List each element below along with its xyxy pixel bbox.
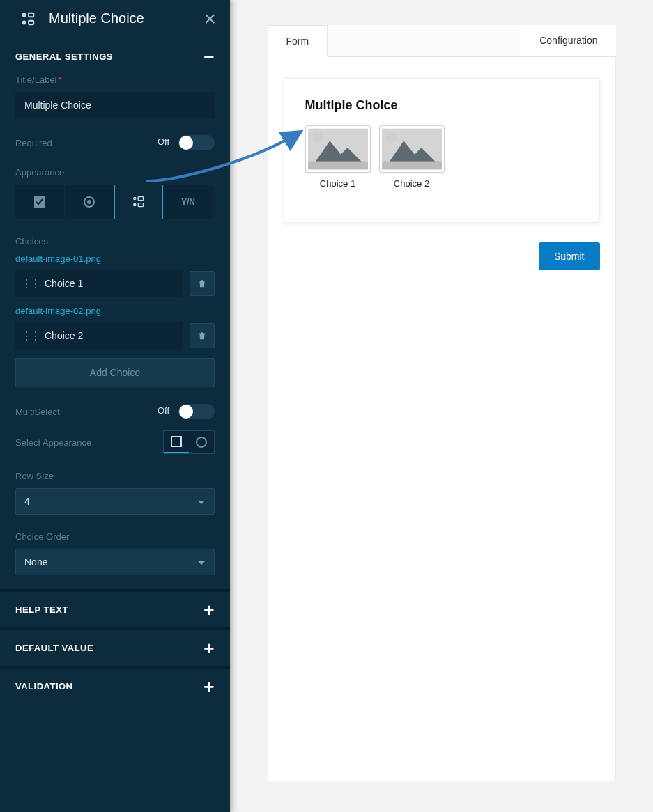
section-label: GENERAL SETTINGS: [15, 52, 113, 62]
svg-point-6: [87, 200, 91, 204]
submit-button[interactable]: Submit: [539, 242, 600, 270]
svg-point-12: [197, 437, 206, 447]
tab-form[interactable]: Form: [268, 25, 328, 57]
section-label: DEFAULT VALUE: [15, 643, 93, 653]
preview-area: Form Configuration Multiple Choice Choic…: [230, 0, 653, 812]
delete-choice-button[interactable]: [190, 271, 215, 296]
appearance-label: Appearance: [15, 167, 215, 178]
svg-point-2: [23, 21, 26, 24]
settings-panel: Multiple Choice × GENERAL SETTINGS − Tit…: [0, 0, 230, 812]
svg-rect-11: [171, 437, 181, 446]
choice-file-link[interactable]: default-image-01.png: [15, 253, 215, 264]
tab-configuration[interactable]: Configuration: [521, 25, 615, 56]
selection-indicator: [386, 132, 397, 143]
svg-point-7: [134, 197, 136, 199]
choice-order-select[interactable]: None: [15, 549, 215, 575]
delete-choice-button[interactable]: [190, 323, 215, 348]
multiselect-toggle[interactable]: Off: [178, 404, 215, 419]
drag-handle-icon[interactable]: ⋮⋮: [21, 329, 39, 343]
section-validation[interactable]: VALIDATION +: [0, 669, 230, 704]
select-appearance-label: Select Appearance: [15, 437, 91, 448]
expand-icon: +: [203, 643, 215, 653]
multiple-choice-icon: [21, 11, 36, 26]
section-help-text[interactable]: HELP TEXT +: [0, 592, 230, 627]
choice-order-label: Choice Order: [15, 531, 215, 542]
form-card: Multiple Choice Choice 1: [284, 78, 600, 223]
collapse-icon: −: [203, 52, 215, 62]
row-size-select[interactable]: 4: [15, 488, 215, 515]
choice-row: ⋮⋮: [15, 270, 215, 297]
multiselect-label: MultiSelect: [15, 407, 60, 417]
appearance-checkbox[interactable]: [15, 185, 64, 219]
required-toggle[interactable]: Off: [178, 135, 215, 150]
form-field-title: Multiple Choice: [305, 98, 578, 113]
choice-label: Choice 1: [320, 178, 355, 189]
required-row: Required Off: [15, 135, 215, 150]
choices-label: Choices: [15, 236, 215, 247]
row-size-label: Row Size: [15, 471, 215, 481]
toggle-state: Off: [158, 136, 169, 147]
panel-title: Multiple Choice: [49, 10, 203, 26]
expand-icon: +: [203, 605, 215, 615]
select-appearance-options: [163, 430, 215, 454]
shape-square[interactable]: [164, 431, 189, 453]
svg-rect-3: [29, 20, 33, 24]
svg-rect-15: [308, 162, 368, 170]
add-choice-button[interactable]: Add Choice: [15, 358, 215, 387]
choice-input-wrap: ⋮⋮: [15, 322, 183, 350]
svg-rect-1: [29, 13, 33, 17]
required-label: Required: [15, 138, 52, 148]
svg-point-9: [134, 203, 136, 205]
choice-file-link[interactable]: default-image-02.png: [15, 306, 215, 316]
appearance-options: Y/N: [15, 185, 215, 219]
image-choice[interactable]: Choice 1: [305, 125, 371, 189]
panel-header: Multiple Choice ×: [0, 0, 230, 39]
choice-input-wrap: ⋮⋮: [15, 270, 183, 297]
selection-indicator: [312, 132, 323, 143]
title-label: Title/Label*: [15, 75, 215, 85]
toggle-knob: [179, 136, 193, 150]
appearance-image-grid[interactable]: [114, 185, 163, 219]
shape-circle[interactable]: [189, 431, 214, 453]
toggle-knob: [179, 405, 193, 419]
choice-label-input[interactable]: [39, 322, 177, 350]
multiselect-row: MultiSelect Off: [15, 404, 215, 419]
toggle-state: Off: [158, 405, 169, 416]
section-label: VALIDATION: [15, 681, 73, 692]
appearance-radio[interactable]: [65, 185, 114, 219]
tab-content: Multiple Choice Choice 1: [268, 57, 616, 781]
image-choice[interactable]: Choice 2: [379, 125, 445, 189]
expand-icon: +: [203, 682, 215, 692]
choice-row: ⋮⋮: [15, 322, 215, 350]
choice-image: [305, 125, 371, 173]
general-settings-body: Title/Label* Required Off Appearance: [0, 75, 230, 589]
svg-rect-18: [382, 162, 442, 170]
appearance-yes-no[interactable]: Y/N: [164, 185, 213, 219]
drag-handle-icon[interactable]: ⋮⋮: [21, 277, 39, 290]
required-star: *: [59, 75, 62, 85]
section-default-value[interactable]: DEFAULT VALUE +: [0, 630, 230, 666]
choice-label: Choice 2: [394, 178, 429, 189]
section-label: HELP TEXT: [15, 604, 68, 615]
svg-point-0: [23, 13, 26, 16]
section-general-settings[interactable]: GENERAL SETTINGS −: [0, 39, 230, 75]
choice-label-input[interactable]: [39, 270, 177, 297]
preview-frame: Form Configuration Multiple Choice Choic…: [268, 25, 616, 781]
svg-rect-8: [138, 197, 143, 201]
image-choices: Choice 1 Choice 2: [305, 125, 578, 189]
svg-rect-10: [138, 203, 143, 207]
choice-image: [379, 125, 445, 173]
tab-bar: Form Configuration: [268, 25, 616, 57]
title-input[interactable]: [15, 92, 215, 118]
select-appearance-row: Select Appearance: [15, 430, 215, 454]
close-icon[interactable]: ×: [203, 12, 216, 26]
